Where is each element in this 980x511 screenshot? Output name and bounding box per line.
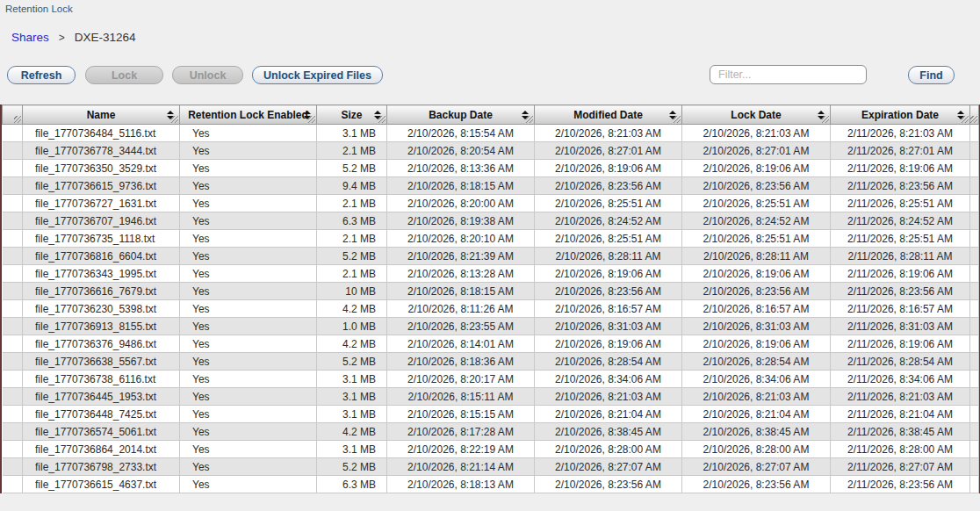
cell-backup-date: 2/10/2026, 8:13:28 AM [387, 265, 535, 283]
column-header-lock-date[interactable]: Lock Date [682, 105, 831, 125]
cell-size: 2.1 MB [317, 142, 387, 160]
cell-expiration-date: 2/11/2026, 8:19:06 AM [831, 335, 970, 353]
cell-lock-date: 2/10/2026, 8:27:07 AM [682, 458, 831, 476]
table-row[interactable]: file_1770736445_1953.txtYes3.1 MB2/10/20… [3, 388, 979, 406]
row-select-cell [3, 300, 23, 318]
cell-size: 4.2 MB [317, 335, 387, 353]
cell-name: file_1770736864_2014.txt [23, 441, 180, 458]
unlock-expired-files-button[interactable]: Unlock Expired Files [252, 66, 383, 84]
column-resize-handle-icon[interactable] [674, 116, 681, 123]
table-row[interactable]: file_1770736816_6604.txtYes5.2 MB2/10/20… [3, 248, 979, 265]
lock-button[interactable]: Lock [85, 66, 163, 84]
cell-retention-lock-enabled: Yes [180, 300, 317, 318]
cell-backup-date: 2/10/2026, 8:22:19 AM [387, 441, 535, 458]
breadcrumb-separator: > [59, 32, 65, 44]
cell-retention-lock-enabled: Yes [180, 248, 317, 265]
row-select-cell [3, 406, 23, 423]
row-select-cell [3, 248, 23, 265]
cell-retention-lock-enabled: Yes [180, 160, 317, 177]
cell-lock-date: 2/10/2026, 8:25:51 AM [682, 195, 831, 212]
cell-backup-date: 2/10/2026, 8:18:36 AM [387, 353, 535, 371]
table-row[interactable]: file_1770736778_3444.txtYes2.1 MB2/10/20… [3, 142, 979, 160]
column-header-backup-date[interactable]: Backup Date [387, 105, 535, 125]
row-spacer-cell [970, 160, 979, 177]
cell-backup-date: 2/10/2026, 8:21:14 AM [387, 458, 535, 476]
column-header-name[interactable]: Name [23, 105, 180, 125]
column-resize-handle-icon[interactable] [171, 116, 178, 123]
row-select-cell [3, 283, 23, 300]
cell-size: 2.1 MB [317, 265, 387, 283]
cell-expiration-date: 2/11/2026, 8:25:51 AM [831, 195, 970, 212]
table-row[interactable]: file_1770736735_1118.txtYes2.1 MB2/10/20… [3, 230, 979, 248]
row-spacer-cell [970, 335, 979, 353]
cell-size: 10 MB [317, 283, 387, 300]
cell-expiration-date: 2/11/2026, 8:23:56 AM [831, 476, 970, 493]
column-resize-handle-icon[interactable] [14, 116, 21, 123]
column-resize-handle-icon[interactable] [962, 116, 969, 123]
cell-retention-lock-enabled: Yes [180, 476, 317, 493]
cell-retention-lock-enabled: Yes [180, 283, 317, 300]
row-spacer-cell [970, 458, 979, 476]
column-resize-handle-icon[interactable] [308, 116, 315, 123]
find-button[interactable]: Find [908, 66, 955, 84]
table-row[interactable]: file_1770736574_5061.txtYes4.2 MB2/10/20… [3, 423, 979, 441]
table-row[interactable]: file_1770736448_7425.txtYes3.1 MB2/10/20… [3, 406, 979, 423]
cell-backup-date: 2/10/2026, 8:21:39 AM [387, 248, 535, 265]
cell-lock-date: 2/10/2026, 8:21:03 AM [682, 388, 831, 406]
cell-lock-date: 2/10/2026, 8:19:06 AM [682, 160, 831, 177]
cell-backup-date: 2/10/2026, 8:11:26 AM [387, 300, 535, 318]
column-header-retention-lock-enabled[interactable]: Retention Lock Enabled [180, 105, 317, 125]
cell-lock-date: 2/10/2026, 8:34:06 AM [682, 371, 831, 388]
cell-name: file_1770736343_1995.txt [23, 265, 180, 283]
table-row[interactable]: file_1770736616_7679.txtYes10 MB2/10/202… [3, 283, 979, 300]
breadcrumb-shares-link[interactable]: Shares [11, 31, 49, 44]
row-spacer-cell [970, 212, 979, 230]
column-resize-handle-icon[interactable] [378, 116, 386, 123]
cell-size: 9.4 MB [317, 177, 387, 195]
table-row[interactable]: file_1770736913_8155.txtYes1.0 MB2/10/20… [3, 318, 979, 335]
retention-lock-page: Retention Lock Shares>DXE-31264 Refresh … [0, 0, 980, 511]
table-row[interactable]: file_1770736350_3529.txtYes5.2 MB2/10/20… [3, 160, 979, 177]
refresh-button[interactable]: Refresh [7, 66, 76, 84]
table-row[interactable]: file_1770736727_1631.txtYes2.1 MB2/10/20… [3, 195, 979, 212]
row-spacer-cell [970, 441, 979, 458]
cell-name: file_1770736376_9486.txt [23, 335, 180, 353]
column-resize-handle-icon[interactable] [822, 116, 829, 123]
unlock-button[interactable]: Unlock [172, 66, 243, 84]
table-row[interactable]: file_1770736798_2733.txtYes5.2 MB2/10/20… [3, 458, 979, 476]
column-header-spacer [970, 105, 979, 125]
cell-size: 6.3 MB [317, 476, 387, 493]
filter-input[interactable] [710, 65, 867, 84]
column-resize-handle-icon[interactable] [970, 116, 977, 123]
table-row[interactable]: file_1770736864_2014.txtYes3.1 MB2/10/20… [3, 441, 979, 458]
column-header-size[interactable]: Size [317, 105, 387, 125]
table-row[interactable]: file_1770736376_9486.txtYes4.2 MB2/10/20… [3, 335, 979, 353]
row-spacer-cell [970, 283, 979, 300]
table-row[interactable]: file_1770736615_9736.txtYes9.4 MB2/10/20… [3, 177, 979, 195]
table-row[interactable]: file_1770736738_6116.txtYes3.1 MB2/10/20… [3, 371, 979, 388]
column-label: Name [87, 109, 116, 121]
column-header-expiration-date[interactable]: Expiration Date [831, 105, 970, 125]
table-row[interactable]: file_1770736484_5116.txtYes3.1 MB2/10/20… [3, 125, 979, 142]
table-row[interactable]: file_1770736343_1995.txtYes2.1 MB2/10/20… [3, 265, 979, 283]
column-resize-handle-icon[interactable] [526, 116, 533, 123]
cell-size: 3.1 MB [317, 441, 387, 458]
cell-expiration-date: 2/11/2026, 8:19:06 AM [831, 265, 970, 283]
cell-name: file_1770736615_4637.txt [23, 476, 180, 493]
cell-modified-date: 2/10/2026, 8:27:07 AM [535, 458, 682, 476]
row-spacer-cell [970, 423, 979, 441]
table-row[interactable]: file_1770736638_5567.txtYes5.2 MB2/10/20… [3, 353, 979, 371]
cell-modified-date: 2/10/2026, 8:31:03 AM [535, 318, 682, 335]
table-row[interactable]: file_1770736615_4637.txtYes6.3 MB2/10/20… [3, 476, 979, 493]
column-header-modified-date[interactable]: Modified Date [535, 105, 682, 125]
files-table: NameRetention Lock EnabledSizeBackup Dat… [2, 104, 979, 493]
cell-modified-date: 2/10/2026, 8:38:45 AM [535, 423, 682, 441]
table-row[interactable]: file_1770736230_5398.txtYes4.2 MB2/10/20… [3, 300, 979, 318]
cell-name: file_1770736448_7425.txt [23, 406, 180, 423]
cell-backup-date: 2/10/2026, 8:20:00 AM [387, 195, 535, 212]
cell-name: file_1770736445_1953.txt [23, 388, 180, 406]
cell-retention-lock-enabled: Yes [180, 265, 317, 283]
table-row[interactable]: file_1770736707_1946.txtYes6.3 MB2/10/20… [3, 212, 979, 230]
cell-modified-date: 2/10/2026, 8:28:11 AM [535, 248, 682, 265]
cell-expiration-date: 2/11/2026, 8:27:07 AM [831, 458, 970, 476]
